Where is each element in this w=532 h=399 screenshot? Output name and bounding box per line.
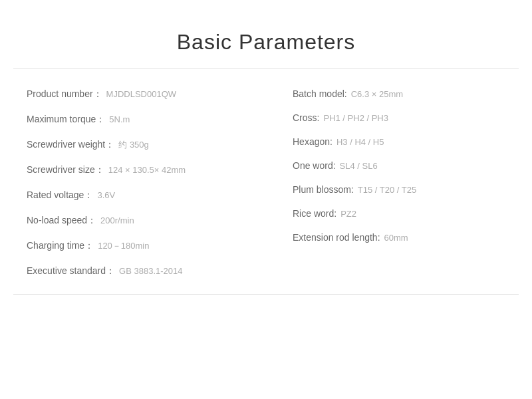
right-param-row: Batch model:C6.3 × 25mm: [266, 82, 519, 106]
bottom-divider: [13, 294, 519, 295]
left-param-row: Screwdriver weight：约 350g: [13, 132, 266, 158]
param-colon: ：: [96, 114, 105, 126]
param-label: No-load speed: [27, 215, 87, 225]
param-value: 约 350g: [118, 139, 149, 151]
left-param-row: Screwdriver size：124 × 130.5× 42mm: [13, 158, 266, 183]
param-value: PH1 / PH2 / PH3: [323, 113, 388, 123]
param-value: 124 × 130.5× 42mm: [108, 165, 186, 175]
param-label: Rated voltage: [27, 190, 84, 200]
param-colon: ：: [105, 139, 114, 151]
param-colon: :: [351, 184, 354, 195]
param-value: MJDDLSD001QW: [106, 89, 176, 99]
param-value: T15 / T20 / T25: [358, 185, 416, 195]
param-label: Product number: [27, 88, 93, 99]
param-value: H3 / H4 / H5: [336, 137, 384, 147]
param-colon: ：: [84, 190, 93, 201]
param-colon: :: [334, 208, 336, 219]
param-colon: ：: [93, 88, 102, 100]
param-colon: ：: [106, 265, 115, 277]
param-colon: ：: [87, 215, 96, 227]
param-colon: :: [378, 232, 380, 243]
param-label: Maximum torque: [27, 114, 96, 124]
right-param-row: Hexagon:H3 / H4 / H5: [266, 130, 519, 154]
right-param-row: Extension rod length:60mm: [266, 225, 519, 249]
param-colon: :: [333, 160, 336, 171]
param-label: Screwdriver weight: [27, 139, 105, 150]
param-label: Rice word: [293, 208, 334, 219]
left-param-row: Maximum torque：5N.m: [13, 107, 266, 132]
param-colon: :: [344, 88, 347, 99]
param-value: 3.6V: [97, 190, 115, 200]
left-param-row: Rated voltage：3.6V: [13, 183, 266, 208]
param-value: C6.3 × 25mm: [351, 89, 403, 99]
param-colon: ：: [95, 164, 104, 176]
param-label: One word: [293, 160, 333, 171]
param-colon: ：: [84, 240, 94, 252]
right-param-row: Cross:PH1 / PH2 / PH3: [266, 106, 519, 130]
right-param-row: One word:SL4 / SL6: [266, 154, 519, 178]
left-param-row: Product number：MJDDLSD001QW: [13, 82, 266, 107]
left-column: Product number：MJDDLSD001QWMaximum torqu…: [13, 82, 266, 284]
param-value: 60mm: [384, 233, 408, 243]
param-label: Plum blossom: [293, 184, 351, 195]
right-column: Batch model:C6.3 × 25mmCross:PH1 / PH2 /…: [266, 82, 519, 284]
page-title: Basic Parameters: [177, 30, 356, 55]
param-label: Cross: [293, 112, 317, 123]
param-label: Extension rod length: [293, 232, 378, 243]
param-label: Executive standard: [27, 265, 106, 276]
param-colon: :: [330, 136, 332, 147]
right-param-row: Rice word:PZ2: [266, 201, 519, 225]
param-value: 5N.m: [109, 114, 130, 124]
param-value: 120－180min: [98, 240, 149, 252]
left-param-row: Charging time：120－180min: [13, 233, 266, 259]
left-param-row: Executive standard：GB 3883.1-2014: [13, 259, 266, 284]
param-value: SL4 / SL6: [340, 161, 378, 171]
param-value: 200r/min: [100, 215, 134, 225]
params-container: Product number：MJDDLSD001QWMaximum torqu…: [13, 68, 519, 291]
param-value: PZ2: [340, 209, 356, 219]
param-colon: :: [317, 112, 320, 123]
param-label: Screwdriver size: [27, 164, 95, 175]
param-label: Charging time: [27, 240, 84, 251]
param-label: Batch model: [293, 88, 344, 99]
param-label: Hexagon: [293, 136, 330, 147]
param-value: GB 3883.1-2014: [119, 266, 182, 276]
left-param-row: No-load speed：200r/min: [13, 208, 266, 233]
right-param-row: Plum blossom:T15 / T20 / T25: [266, 178, 519, 201]
